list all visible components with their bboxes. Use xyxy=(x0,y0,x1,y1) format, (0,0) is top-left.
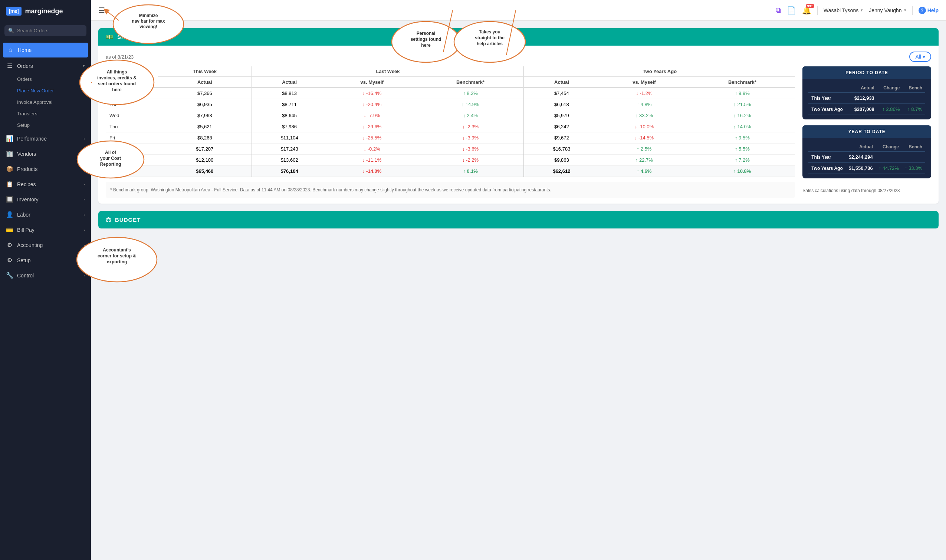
sidebar-accounting-label: Accounting xyxy=(17,242,43,248)
ptd-label-twoyears: Two Years Ago xyxy=(808,104,849,115)
document-icon-btn[interactable]: 📄 xyxy=(787,6,796,15)
products-chevron-icon: › xyxy=(83,167,85,171)
day-label: Wed xyxy=(106,110,158,121)
search-bar[interactable]: 🔍 xyxy=(5,25,86,36)
help-link[interactable]: ? Help xyxy=(918,7,938,14)
lw-actual: $8,711 xyxy=(252,99,327,110)
sidebar-item-billpay[interactable]: 💳 Bill Pay › xyxy=(0,222,91,237)
sidebar-item-setup[interactable]: ⚙ Setup › xyxy=(0,252,91,268)
billpay-chevron-icon: › xyxy=(83,228,85,232)
sub-bench-lw: Benchmark* xyxy=(418,77,524,88)
sidebar-item-home[interactable]: ⌂ Home xyxy=(3,43,88,57)
tya-actual: $6,618 xyxy=(524,99,599,110)
lw-vs: ↓ -29.6% xyxy=(327,121,418,132)
ptd-bench-thisyear xyxy=(903,93,925,104)
sidebar-setup-label: Setup xyxy=(17,257,31,263)
sub-vs-tya: vs. Myself xyxy=(599,77,689,88)
ytd-label-twoyears: Two Years Ago xyxy=(808,163,846,174)
notification-btn[interactable]: 🔔 99+ xyxy=(802,6,811,15)
orders-chevron-icon: ▾ xyxy=(83,63,85,68)
sidebar-sub-invoice-approval[interactable]: Invoice Approval xyxy=(17,97,91,108)
lw-vs: ↓ -25.5% xyxy=(327,132,418,143)
sidebar-item-labor[interactable]: 👤 Labor › xyxy=(0,207,91,222)
sidebar-item-products[interactable]: 📦 Products › xyxy=(0,162,91,177)
vendors-chevron-icon: › xyxy=(83,152,85,156)
ptd-change-thisyear xyxy=(877,93,903,104)
performance-icon: 📊 xyxy=(6,135,13,142)
ptd-col-bench: Bench xyxy=(903,83,925,93)
tw-actual: $5,621 xyxy=(158,121,252,132)
sidebar-item-vendors[interactable]: 🏢 Vendors › xyxy=(0,146,91,162)
ytd-col-label xyxy=(808,142,846,152)
tya-vs: ↑ 4.6% xyxy=(599,166,689,177)
notification-badge: 99+ xyxy=(806,4,814,8)
sub-actual-tw: Actual xyxy=(158,77,252,88)
help-label: Help xyxy=(928,8,938,13)
sidebar-sub-setup[interactable]: Setup xyxy=(17,119,91,131)
ptd-actual-twoyears: $207,008 xyxy=(849,104,877,115)
logo-text: marginedge xyxy=(25,8,63,15)
lw-actual: $13,602 xyxy=(252,155,327,166)
ytd-row-thisyear: This Year $2,244,294 xyxy=(808,152,925,163)
lw-actual: $8,813 xyxy=(252,88,327,99)
sidebar-sub-place-order[interactable]: Place New Order xyxy=(17,85,91,97)
user-chevron-icon: ▾ xyxy=(904,8,906,12)
table-row: Total $65,460 $76,104 ↓ -14.0% ↑ 0.1% $6… xyxy=(106,166,795,177)
sidebar-sub-transfers[interactable]: Transfers xyxy=(17,108,91,119)
tw-actual: $17,207 xyxy=(158,143,252,155)
sidebar-item-recipes[interactable]: 📋 Recipes › xyxy=(0,177,91,192)
ptd-label-thisyear: This Year xyxy=(808,93,849,104)
sidebar-vendors-label: Vendors xyxy=(17,151,36,157)
tya-vs: ↓ -14.5% xyxy=(599,132,689,143)
sales-meta: as of 8/21/23 All ▾ xyxy=(106,52,931,62)
sales-calc-note: Sales calculations using data through 08… xyxy=(803,188,931,193)
restaurant-selector[interactable]: Wasabi Tysons ▾ xyxy=(824,8,863,13)
ptd-col-label xyxy=(808,83,849,93)
search-icon: 🔍 xyxy=(8,28,14,33)
recipes-icon: 📋 xyxy=(6,181,13,188)
sidebar-item-control[interactable]: 🔧 Control › xyxy=(0,268,91,283)
restaurant-chevron-icon: ▾ xyxy=(861,8,863,12)
sidebar-products-label: Products xyxy=(17,166,37,172)
sidebar-item-inventory[interactable]: 🔲 Inventory › xyxy=(0,192,91,207)
ptd-row-twoyears: Two Years Ago $207,008 ↑ 2.86% ↑ 8.7% xyxy=(808,104,925,115)
budget-icon: ⚖ xyxy=(106,216,111,223)
sidebar-orders-label: Orders xyxy=(17,63,33,69)
sidebar-sub-orders[interactable]: Orders xyxy=(17,74,91,85)
sidebar-item-orders[interactable]: ☰ Orders ▾ xyxy=(0,58,91,74)
sidebar-item-performance[interactable]: 📊 Performance › xyxy=(0,131,91,146)
user-selector[interactable]: Jenny Vaughn ▾ xyxy=(869,8,906,13)
day-label: Sat xyxy=(106,143,158,155)
day-label: Total xyxy=(106,166,158,177)
sidebar: [me] marginedge 🔍 ⌂ Home ☰ Orders ▾ Orde… xyxy=(0,0,91,560)
lw-bench: ↑ 14.9% xyxy=(418,99,524,110)
tya-actual: $9,672 xyxy=(524,132,599,143)
sales-card: 💵 SALES as of 8/21/23 All ▾ xyxy=(98,28,938,204)
all-filter-button[interactable]: All ▾ xyxy=(909,52,931,62)
tya-actual: $6,242 xyxy=(524,121,599,132)
recipes-chevron-icon: › xyxy=(83,182,85,186)
copy-icon: ⧉ xyxy=(776,6,781,14)
main-area: ☰ ⧉ 📄 🔔 99+ Wasabi Tysons ▾ Jenny Vaughn… xyxy=(91,0,946,560)
tya-vs: ↑ 22.7% xyxy=(599,155,689,166)
copy-icon-btn[interactable]: ⧉ xyxy=(776,6,781,14)
ytd-header: YEAR TO DATE xyxy=(803,125,931,138)
tya-actual: $9,863 xyxy=(524,155,599,166)
tw-actual: $6,935 xyxy=(158,99,252,110)
search-input[interactable] xyxy=(17,28,83,33)
hamburger-icon[interactable]: ☰ xyxy=(98,6,105,15)
control-chevron-icon: › xyxy=(83,273,85,278)
sidebar-inventory-label: Inventory xyxy=(17,197,39,203)
day-label: Mon xyxy=(106,88,158,99)
sidebar-item-accounting[interactable]: ⚙ Accounting › xyxy=(0,237,91,252)
lw-actual: $17,243 xyxy=(252,143,327,155)
day-label: Tue xyxy=(106,99,158,110)
table-row: Mon $7,366 $8,813 ↓ -16.4% ↑ 8.2% $7,454… xyxy=(106,88,795,99)
control-icon: 🔧 xyxy=(6,272,13,279)
side-cards: PERIOD TO DATE Actual Change Bench xyxy=(803,66,931,193)
accounting-chevron-icon: › xyxy=(83,243,85,248)
user-name: Jenny Vaughn xyxy=(869,8,901,13)
day-col-header xyxy=(106,66,158,88)
day-label: Fri xyxy=(106,132,158,143)
ytd-table: Actual Change Bench This Year $2 xyxy=(808,142,925,174)
